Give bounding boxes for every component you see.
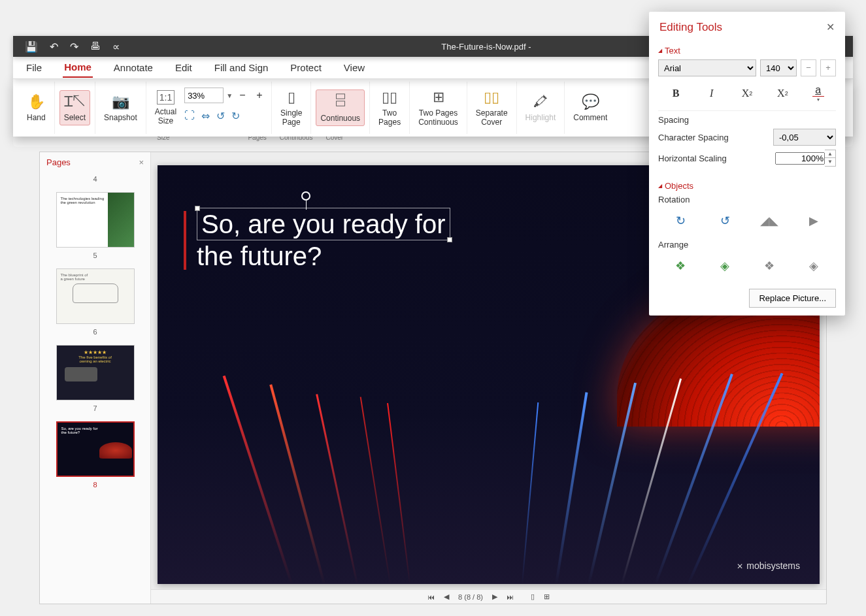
thumb-8-text: So, are you ready for the future?	[61, 427, 129, 434]
page-num-4: 4	[93, 175, 97, 183]
share-icon[interactable]: ∝	[112, 41, 120, 53]
fit-width-icon[interactable]: ⇔	[201, 110, 210, 122]
two-pages-button[interactable]: ▯▯Two Pages	[375, 86, 405, 129]
panel-close-icon[interactable]: ✕	[826, 21, 835, 34]
comment-icon: 💬	[582, 93, 599, 110]
zoom-out-button[interactable]: −	[235, 89, 250, 101]
snapshot-button[interactable]: 📷Snapshot	[100, 91, 141, 125]
send-backward-button[interactable]: ❖	[756, 256, 782, 276]
h-scaling-input[interactable]	[775, 152, 825, 165]
thumb-8[interactable]: So, are you ready for the future?	[56, 421, 135, 477]
h-scaling-label: Horizontal Scaling	[658, 154, 727, 163]
separate-cover-button[interactable]: ▯▯Separate Cover	[472, 86, 512, 129]
rotation-handle[interactable]	[301, 191, 310, 201]
mobisystems-logo: ⨉mobisystems	[737, 560, 800, 571]
subscript-button[interactable]: X2	[736, 84, 758, 103]
bring-forward-button[interactable]: ◈	[712, 256, 738, 276]
snapshot-label: Snapshot	[104, 113, 137, 122]
font-select[interactable]: Arial	[658, 59, 756, 76]
first-page-icon[interactable]: ⏮	[427, 593, 435, 601]
zoom-input[interactable]	[184, 88, 224, 103]
thumb-4[interactable]: The technologies leading the green revol…	[56, 192, 135, 248]
two-pages-label: Two Pages	[378, 108, 401, 127]
zoom-in-button[interactable]: +	[252, 89, 267, 101]
bring-front-button[interactable]: ❖	[667, 256, 693, 276]
single-page-button[interactable]: ▯Single Page	[276, 86, 306, 129]
tab-edit[interactable]: Edit	[174, 58, 193, 77]
bold-button[interactable]: B	[665, 84, 687, 103]
selected-textbox[interactable]: So, are you ready for the future?	[197, 208, 450, 272]
continuous-button[interactable]: Continuous	[316, 89, 365, 126]
separate-cover-icon: ▯▯	[484, 89, 499, 106]
font-size-minus[interactable]: −	[801, 59, 816, 76]
char-spacing-select[interactable]: -0,05	[773, 129, 836, 146]
actual-size-button[interactable]: 1:1Actual Size	[151, 88, 180, 128]
h-scaling-up[interactable]: ▲	[825, 150, 835, 158]
save-icon[interactable]: 💾	[25, 41, 38, 53]
rotate-cw-icon[interactable]: ↻	[231, 110, 240, 122]
send-back-button[interactable]: ◈	[801, 256, 827, 276]
select-button[interactable]: Ꮖ↖Select	[59, 90, 90, 125]
continuous-label: Continuous	[320, 114, 360, 123]
comment-label: Comment	[573, 113, 607, 122]
highlight-button[interactable]: 🖍Highlight	[522, 91, 560, 125]
close-icon[interactable]: ×	[139, 157, 144, 167]
font-size-select[interactable]: 140	[760, 59, 797, 76]
last-page-icon[interactable]: ⏭	[507, 593, 514, 601]
thumb-5[interactable]: The blueprint of a green future	[56, 268, 135, 324]
logo-text: mobisystems	[746, 560, 800, 571]
actual-size-icon: 1:1	[157, 90, 175, 105]
redo-icon[interactable]: ↷	[70, 41, 78, 53]
superscript-button[interactable]: X2	[771, 84, 793, 103]
camera-icon: 📷	[112, 93, 129, 110]
next-page-icon[interactable]: ▶	[492, 592, 497, 601]
comment-button[interactable]: 💬Comment	[569, 91, 611, 125]
tab-home[interactable]: Home	[63, 57, 93, 78]
tab-view[interactable]: View	[342, 58, 366, 77]
separate-cover-label: Separate Cover	[476, 108, 508, 127]
fit-page-icon[interactable]: ⛶	[184, 110, 195, 122]
svg-rect-1	[336, 101, 344, 106]
prev-page-icon[interactable]: ◀	[444, 592, 449, 601]
tab-annotate[interactable]: Annotate	[112, 58, 154, 77]
page-num-6: 6	[93, 328, 97, 336]
print-icon[interactable]: 🖶	[90, 41, 101, 53]
editing-tools-panel[interactable]: Editing Tools✕ Text Arial 140 − + B I X2…	[649, 12, 845, 316]
hand-button[interactable]: ✋Hand	[23, 91, 50, 125]
flip-v-button[interactable]: ▶	[801, 211, 827, 231]
text-section-label[interactable]: Text	[658, 46, 836, 56]
single-page-icon: ▯	[288, 89, 295, 106]
char-spacing-label: Character Spacing	[658, 133, 729, 142]
tab-protect[interactable]: Protect	[289, 58, 323, 77]
objects-section-label[interactable]: Objects	[658, 181, 836, 191]
undo-icon[interactable]: ↶	[50, 41, 58, 53]
thumb-6-text: The five benefits of owning an electric	[61, 355, 130, 363]
pages-title: Pages	[46, 157, 71, 167]
text-color-button[interactable]: a▾	[807, 84, 829, 103]
rotate-ccw-button[interactable]: ↺	[712, 211, 738, 231]
view-mode2-icon[interactable]: ⊞	[544, 592, 550, 601]
zoom-dropdown-icon[interactable]: ▼	[226, 92, 233, 99]
thumb-5-text: The blueprint of a green future	[61, 273, 130, 281]
rotate-cw-button[interactable]: ↻	[667, 211, 693, 231]
text-line1[interactable]: So, are you ready for	[197, 208, 450, 240]
highlight-icon: 🖍	[533, 93, 548, 110]
font-size-plus[interactable]: +	[820, 59, 836, 76]
single-page-label: Single Page	[280, 108, 302, 127]
tab-file[interactable]: File	[25, 58, 43, 77]
italic-button[interactable]: I	[701, 84, 723, 103]
rotation-label: Rotation	[658, 195, 836, 204]
h-scaling-down[interactable]: ▼	[825, 158, 835, 166]
tab-fillsign[interactable]: Fill and Sign	[213, 58, 270, 77]
rotate-ccw-icon[interactable]: ↺	[216, 110, 225, 122]
logo-icon: ⨉	[737, 560, 742, 571]
flip-h-button[interactable]: ◢◣	[756, 211, 782, 231]
view-mode-icon[interactable]: ▯	[531, 592, 535, 601]
select-icon: Ꮖ↖	[64, 93, 85, 110]
page-indicator: 8 (8 / 8)	[458, 593, 483, 601]
replace-picture-button[interactable]: Replace Picture...	[749, 289, 836, 308]
two-pages-continuous-button[interactable]: ⊞Two Pages Continuous	[414, 86, 462, 129]
hand-icon: ✋	[27, 93, 45, 110]
thumb-6[interactable]: ★★★★★The five benefits of owning an elec…	[56, 345, 135, 400]
svg-rect-0	[336, 94, 344, 99]
